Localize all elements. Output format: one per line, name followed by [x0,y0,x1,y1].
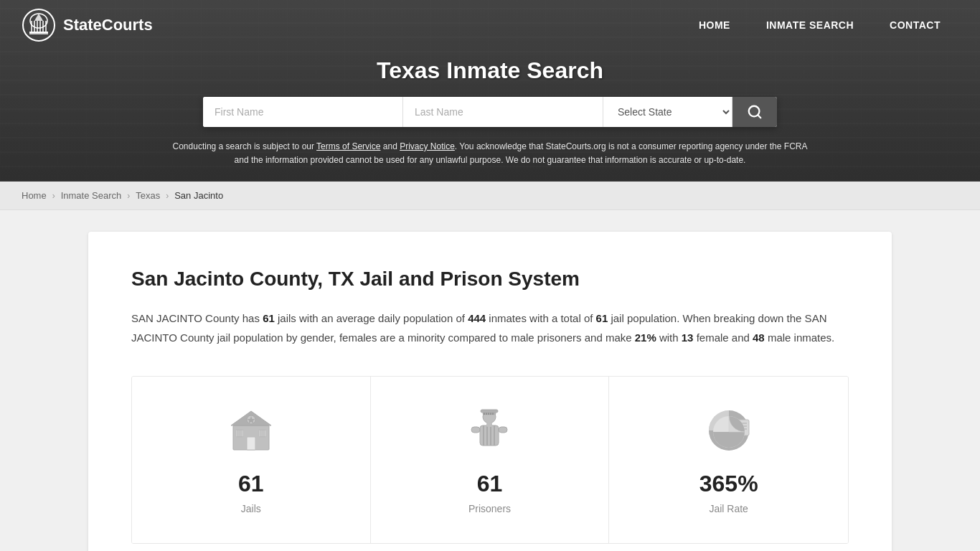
svg-rect-13 [247,437,255,450]
jail-icon [226,405,276,458]
stat-jail-rate: 365% Jail Rate [609,377,848,543]
nav-inmate-search[interactable]: INMATE SEARCH [748,0,872,50]
jails-count-inline: 61 [263,312,275,324]
stat-jails-label: Jails [241,503,261,514]
navigation: StateCourts HOME INMATE SEARCH CONTACT [0,0,980,50]
search-bar: Select State Texas California Florida [203,97,777,127]
svg-rect-35 [480,425,499,446]
logo-link[interactable]: StateCourts [22,8,153,42]
breadcrumb-home[interactable]: Home [22,190,47,201]
search-icon [747,104,763,120]
first-name-input[interactable] [203,97,403,127]
stat-jail-rate-label: Jail Rate [709,503,748,514]
disclaimer-text: Conducting a search is subject to our Te… [167,140,813,167]
breadcrumb-county: San Jacinto [174,190,223,201]
logo-icon [22,8,56,42]
logo-text: StateCourts [63,16,153,34]
page-title: Texas Inmate Search [14,57,966,84]
total-pop-inline: 61 [596,312,608,324]
search-button[interactable] [732,97,777,127]
privacy-link[interactable]: Privacy Notice [400,141,455,151]
breadcrumb-sep-1: › [52,191,55,201]
last-name-input[interactable] [403,97,603,127]
svg-rect-40 [471,427,480,433]
female-pct-inline: 21% [635,331,656,344]
stat-jail-rate-value: 365% [699,471,758,497]
pie-chart-icon [704,405,754,458]
female-count-inline: 13 [682,331,694,344]
breadcrumb-state[interactable]: Texas [136,190,160,201]
stat-prisoners-value: 61 [477,471,503,497]
svg-rect-41 [499,427,507,433]
avg-pop-inline: 444 [468,312,486,324]
header: StateCourts HOME INMATE SEARCH CONTACT T… [0,0,980,182]
nav-home[interactable]: HOME [681,0,748,50]
stat-jails-value: 61 [238,471,264,497]
svg-rect-34 [481,410,498,413]
terms-link[interactable]: Terms of Service [316,141,380,151]
stat-jails: 61 Jails [132,377,371,543]
nav-contact[interactable]: CONTACT [872,0,958,50]
breadcrumb-sep-2: › [127,191,130,201]
state-select[interactable]: Select State Texas California Florida [603,97,732,127]
prisoner-icon [464,405,514,458]
main-content: San Jacinto County, TX Jail and Prison S… [74,232,906,551]
content-card: San Jacinto County, TX Jail and Prison S… [88,232,892,551]
svg-rect-42 [486,423,492,427]
county-description: SAN JACINTO County has 61 jails with an … [131,309,849,347]
header-content: Texas Inmate Search Select State Texas C… [0,50,980,182]
stat-prisoners: 61 Prisoners [371,377,610,543]
breadcrumb-sep-3: › [166,191,169,201]
breadcrumb-inmate-search[interactable]: Inmate Search [61,190,122,201]
male-count-inline: 48 [753,331,765,344]
county-title: San Jacinto County, TX Jail and Prison S… [131,268,849,291]
breadcrumb: Home › Inmate Search › Texas › San Jacin… [0,182,980,210]
nav-links: HOME INMATE SEARCH CONTACT [681,0,958,50]
stats-grid: 61 Jails [131,376,849,544]
svg-line-11 [758,115,760,118]
stat-prisoners-label: Prisoners [468,503,511,514]
